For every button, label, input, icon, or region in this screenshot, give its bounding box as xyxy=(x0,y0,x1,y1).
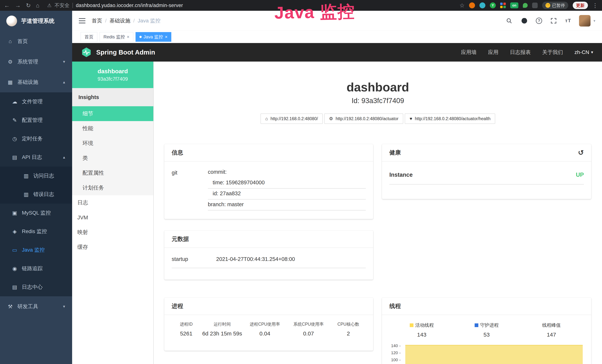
language-select[interactable]: zh-CN ▾ xyxy=(575,49,593,55)
sidebar-item-java-monitor[interactable]: ▭ Java 监控 xyxy=(0,241,72,259)
service-url: http://192.168.0.2:48080/ xyxy=(270,116,318,121)
sidebar-item-dev-tools[interactable]: ⚒ 研发工具 ▾ xyxy=(0,296,72,317)
bookmark-star-icon[interactable]: ☆ xyxy=(459,3,465,8)
extension-grid-icon[interactable] xyxy=(500,3,506,8)
process-col-header: 系统CPU使用率 xyxy=(286,321,331,327)
history-icon[interactable]: ↺ xyxy=(578,149,584,156)
card-metadata-body: startup 2021-04-27T00:44:31.254+08:00 xyxy=(164,248,373,274)
chevron-down-icon: ▾ xyxy=(63,304,65,309)
close-icon[interactable]: × xyxy=(165,34,167,40)
info-branch: branch: master xyxy=(208,200,366,211)
sidebar-item-config-mgmt[interactable]: ✎ 配置管理 xyxy=(0,111,72,129)
metadata-value: 2021-04-27T00:44:31.254+08:00 xyxy=(216,256,295,262)
sba-nav-journal[interactable]: 日志报表 xyxy=(510,49,531,56)
forward-icon[interactable]: → xyxy=(15,3,21,8)
sidebar-item-cron-jobs[interactable]: ◷ 定时任务 xyxy=(0,129,72,148)
extension-green-y-icon[interactable]: Y xyxy=(490,2,496,8)
reload-icon[interactable]: ↻ xyxy=(26,3,31,8)
sba-nav-wallboard[interactable]: 应用墙 xyxy=(461,49,477,56)
sba-menu-caches[interactable]: 缓存 xyxy=(72,240,153,255)
service-url-button[interactable]: ⌂ http://192.168.0.2:48080/ xyxy=(260,114,323,124)
sba-menu-config-props[interactable]: 配置属性 xyxy=(72,166,153,181)
tab-label: Redis 监控 xyxy=(103,34,125,40)
sidebar-item-api-logs[interactable]: ▤ API 日志 ▴ xyxy=(0,148,72,167)
security-label[interactable]: 不安全 xyxy=(54,2,70,9)
sba-menu-logs[interactable]: 日志 xyxy=(72,195,153,210)
sba-menu-details[interactable]: 细节 xyxy=(72,106,153,121)
sidebar-item-access-logs[interactable]: ▥ 访问日志 xyxy=(0,167,72,185)
font-size-icon[interactable]: тT xyxy=(565,18,571,23)
back-icon[interactable]: ← xyxy=(4,3,10,8)
breadcrumb-separator: / xyxy=(133,18,135,24)
url-text[interactable]: dashboard.yudao.iocoder.cn/infra/admin-s… xyxy=(76,3,183,8)
sidebar-item-system-mgmt[interactable]: ⚙ 系统管理 ▾ xyxy=(0,52,72,72)
sidebar-item-label: 定时任务 xyxy=(22,135,43,142)
fullscreen-icon[interactable] xyxy=(550,17,557,24)
sidebar-item-redis-monitor[interactable]: ◈ Redis 监控 xyxy=(0,222,72,241)
extension-leaf-icon[interactable] xyxy=(523,3,528,8)
app-logo[interactable]: 芋道管理系统 xyxy=(0,11,72,31)
card-health-title: 健康 xyxy=(389,149,401,157)
hamburger-icon[interactable] xyxy=(79,18,86,23)
help-icon[interactable]: ? xyxy=(536,18,542,24)
sidebar-item-infrastructure[interactable]: ▦ 基础设施 ▴ xyxy=(0,72,72,92)
sidebar-item-label: 首页 xyxy=(17,38,28,45)
redis-icon: ◈ xyxy=(11,228,18,235)
cards-right-column: 健康 ↺ Instance UP 线程 xyxy=(382,144,591,364)
search-icon[interactable] xyxy=(505,17,513,24)
sba-menu-environment[interactable]: 环境 xyxy=(72,136,153,151)
extension-teal-icon[interactable] xyxy=(479,2,485,8)
y-axis-tick: 140 xyxy=(389,343,401,348)
instance-header[interactable]: dashboard 93a3fc7f7409 xyxy=(72,62,153,88)
grid-dot xyxy=(500,3,503,5)
health-url-button[interactable]: ♥ http://192.168.0.2:48080/actuator/heal… xyxy=(405,114,495,124)
sba-menu-jvm[interactable]: JVM xyxy=(72,210,153,225)
extension-puzzle-icon[interactable] xyxy=(532,3,538,8)
sidebar-item-mysql-monitor[interactable]: ▣ MySQL 监控 xyxy=(0,203,72,222)
user-avatar[interactable] xyxy=(579,15,591,27)
sba-menu-classes[interactable]: 类 xyxy=(72,151,153,166)
sba-sidebar: dashboard 93a3fc7f7409 Insights 细节 性能 环境… xyxy=(72,62,154,364)
tab-redis-monitor[interactable]: Redis 监控 × xyxy=(100,32,133,42)
sidebar-item-log-center[interactable]: ▤ 日志中心 xyxy=(0,278,72,296)
topbar-actions: ? тT ▾ xyxy=(505,15,595,27)
browser-menu-icon[interactable]: ⋮ xyxy=(592,2,598,9)
sba-nav-about[interactable]: 关于我们 xyxy=(542,49,563,56)
extension-on-badge[interactable]: on xyxy=(510,2,518,8)
sidebar-item-error-logs[interactable]: ▥ 错误日志 xyxy=(0,185,72,203)
browser-home-icon[interactable]: ⌂ xyxy=(36,3,40,8)
github-icon[interactable] xyxy=(521,17,528,24)
sidebar-item-tracing[interactable]: ◉ 链路追踪 xyxy=(0,259,72,278)
health-instance-label: Instance xyxy=(389,171,413,178)
address-bar[interactable]: ⚠ 不安全 dashboard.yudao.iocoder.cn/infra/a… xyxy=(47,2,183,9)
process-col-header: 运行时间 xyxy=(201,321,243,327)
breadcrumb-infrastructure[interactable]: 基础设施 xyxy=(109,17,130,24)
sidebar-item-home[interactable]: ⌂ 首页 xyxy=(0,31,72,52)
tab-home[interactable]: 首页 xyxy=(81,32,97,42)
paused-badge[interactable]: 已暂停 xyxy=(542,2,568,9)
sba-menu-scheduled-tasks[interactable]: 计划任务 xyxy=(72,181,153,195)
sba-brand[interactable]: Spring Boot Admin xyxy=(81,47,155,58)
card-info: 信息 git commit: time: 1596289704000 id: 2… xyxy=(164,144,373,219)
update-button[interactable]: 更新 xyxy=(573,2,588,9)
live-threads-label: 活动线程 xyxy=(415,322,434,328)
sba-nav-applications[interactable]: 应用 xyxy=(488,49,499,56)
sba-menu-mappings[interactable]: 映射 xyxy=(72,225,153,240)
sidebar-item-label: 配置管理 xyxy=(22,117,43,124)
sba-body: dashboard 93a3fc7f7409 Insights 细节 性能 环境… xyxy=(72,62,602,364)
grid-dot xyxy=(503,3,506,5)
sidebar-item-file-mgmt[interactable]: ☁ 文件管理 xyxy=(0,92,72,111)
close-icon[interactable]: × xyxy=(127,34,129,40)
grid-dot xyxy=(503,6,506,8)
document-icon: ▥ xyxy=(23,191,29,197)
card-info-title: 信息 xyxy=(164,144,373,161)
sba-menu-performance[interactable]: 性能 xyxy=(72,121,153,136)
breadcrumb-home[interactable]: 首页 xyxy=(92,17,102,24)
cpu-cores-value: 2 xyxy=(331,331,366,337)
tab-java-monitor[interactable]: Java 监控 × xyxy=(136,32,171,42)
extension-orange-icon[interactable] xyxy=(469,2,475,8)
card-process-title: 进程 xyxy=(164,298,373,315)
active-dot xyxy=(140,36,142,38)
actuator-url-button[interactable]: ⚙ http://192.168.0.2:48080/actuator xyxy=(324,114,403,124)
metadata-key: startup xyxy=(172,256,216,262)
